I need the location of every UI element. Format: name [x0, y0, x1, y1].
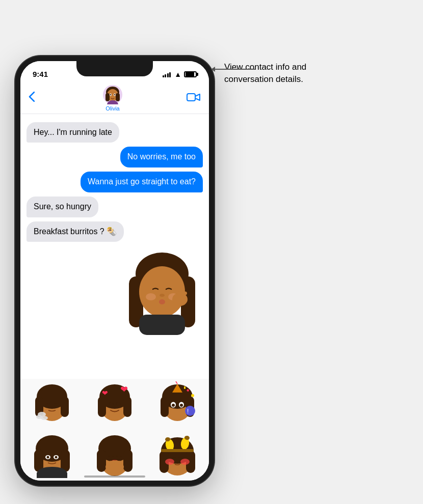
contact-name-label: Olivia: [105, 105, 120, 111]
svg-point-14: [160, 294, 165, 297]
callout-text: View contact info andconversation detail…: [224, 62, 306, 84]
memoji-hat[interactable]: [153, 432, 202, 478]
header-center[interactable]: Olivia: [39, 85, 187, 111]
back-button[interactable]: [29, 92, 35, 105]
svg-point-7: [110, 94, 111, 95]
memoji-row-2: [20, 430, 209, 481]
svg-rect-53: [123, 397, 131, 417]
battery-icon: [184, 71, 197, 77]
signal-bars-icon: [163, 71, 171, 77]
svg-rect-3: [105, 93, 110, 101]
svg-rect-46: [61, 397, 69, 417]
callout-annotation: View contact info andconversation detail…: [224, 61, 403, 86]
memoji-cool[interactable]: [28, 432, 76, 478]
bar2: [165, 74, 166, 77]
memoji-row-1: ❤ ❤: [20, 379, 209, 430]
svg-rect-18: [139, 315, 185, 335]
notch: [76, 61, 153, 76]
svg-point-62: [172, 404, 175, 407]
memoji-sneeze[interactable]: [28, 381, 76, 427]
svg-point-100: [180, 459, 190, 465]
svg-point-63: [180, 404, 183, 407]
message-text-1: Hey... I'm running late: [34, 128, 112, 136]
message-text-2: No worries, me too: [127, 152, 196, 161]
message-sent-1: No worries, me too: [120, 147, 203, 167]
svg-rect-52: [98, 397, 106, 417]
svg-point-70: [191, 394, 194, 397]
video-call-button[interactable]: [187, 92, 201, 105]
message-received-1: Hey... I'm running late: [27, 122, 119, 143]
message-text-3: Wanna just go straight to eat?: [88, 177, 196, 186]
message-text-5: Breakfast burritos ? 🌯: [34, 227, 117, 236]
svg-point-78: [55, 456, 57, 458]
svg-line-67: [176, 381, 177, 384]
memoji-party[interactable]: !: [153, 381, 202, 427]
svg-rect-9: [187, 94, 195, 101]
memoji-love[interactable]: ❤ ❤: [90, 381, 139, 427]
svg-point-99: [165, 459, 174, 465]
svg-rect-82: [123, 450, 133, 472]
message-sent-2: Wanna just go straight to eat?: [81, 172, 203, 192]
svg-rect-4: [116, 93, 120, 101]
chat-header: Olivia: [20, 83, 209, 114]
svg-point-8: [114, 94, 115, 95]
svg-rect-58: [161, 397, 169, 417]
svg-rect-101: [161, 449, 194, 452]
phone-frame: 9:41 ▲: [15, 56, 214, 486]
svg-rect-81: [97, 450, 106, 472]
battery-fill: [186, 72, 194, 76]
svg-rect-66: [184, 386, 186, 389]
avatar: [103, 85, 122, 104]
svg-point-77: [46, 456, 49, 458]
svg-point-49: [41, 416, 48, 420]
svg-point-16: [146, 293, 156, 300]
bar3: [167, 73, 169, 77]
svg-point-68: [185, 406, 195, 416]
svg-text:!: !: [187, 408, 189, 415]
messages-area: Hey... I'm running late No worries, me t…: [20, 114, 209, 379]
phone-screen: 9:41 ▲: [20, 61, 209, 481]
status-icons: ▲: [163, 70, 197, 78]
wifi-icon: ▲: [174, 70, 181, 78]
message-text-4: Sure, so hungry: [34, 202, 91, 211]
svg-text:❤: ❤: [120, 384, 128, 395]
svg-point-90: [116, 461, 121, 465]
bar4: [169, 72, 171, 77]
message-received-2: Sure, so hungry: [27, 197, 98, 217]
bar1: [163, 75, 164, 77]
svg-text:❤: ❤: [102, 389, 108, 397]
svg-point-15: [159, 299, 165, 304]
status-time: 9:41: [33, 70, 48, 78]
callout-line: [214, 69, 255, 70]
svg-point-13: [139, 266, 185, 317]
memoji-message: [121, 246, 203, 335]
message-received-3: Breakfast burritos ? 🌯: [27, 221, 124, 242]
svg-point-22: [183, 292, 187, 295]
home-indicator: [84, 475, 145, 478]
memoji-yawn[interactable]: [90, 432, 139, 478]
